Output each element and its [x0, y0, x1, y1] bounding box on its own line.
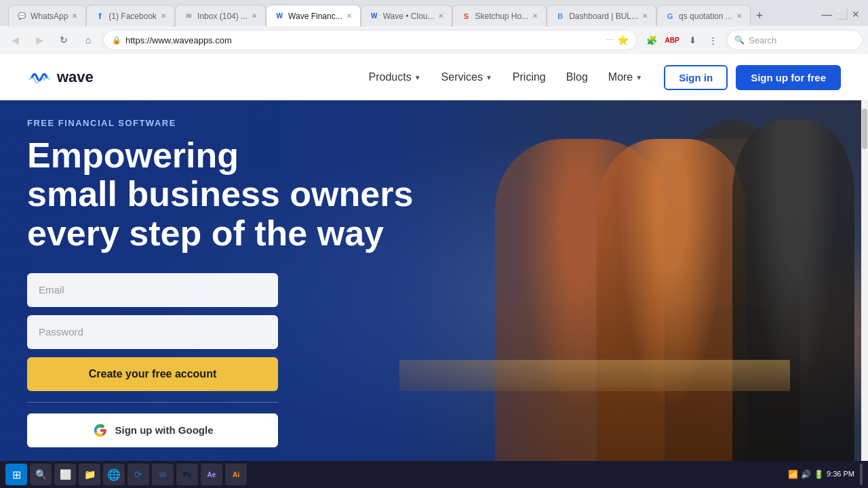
hero-title-line3: every step of the way: [27, 214, 384, 253]
tab-title-facebook: (1) Facebook: [108, 12, 157, 21]
qs-favicon: G: [665, 12, 675, 21]
taskbar-task-view[interactable]: ⬜: [54, 464, 76, 485]
create-account-button[interactable]: Create your free account: [27, 357, 278, 391]
tab-close-facebook[interactable]: ✕: [161, 12, 166, 20]
maximize-icon[interactable]: ⬜: [836, 9, 848, 21]
nav-links: Products ▼ Services ▼ Pricing Blog More …: [361, 66, 651, 89]
search-bar[interactable]: 🔍 Search: [727, 30, 863, 50]
wave-favicon: W: [275, 12, 284, 21]
nav-link-blog[interactable]: Blog: [558, 66, 596, 89]
taskbar-search[interactable]: 🔍: [30, 464, 52, 485]
signup-button[interactable]: Sign up for free: [736, 65, 841, 90]
show-desktop-button[interactable]: [860, 464, 863, 485]
tab-wave[interactable]: W Wave Financ... ✕: [266, 5, 361, 26]
tab-qs[interactable]: G qs quotation ... ✕: [656, 5, 751, 26]
bookmark-icon[interactable]: ⭐: [617, 35, 629, 45]
tab-close-dashboard[interactable]: ✕: [642, 12, 648, 20]
password-input[interactable]: [27, 315, 278, 349]
tab-title-sketchup: Sketchup Ho...: [475, 12, 528, 21]
reload-button[interactable]: ↻: [54, 30, 73, 49]
url-bar[interactable]: 🔒 https://www.waveapps.com ⋯ ⭐: [103, 30, 637, 50]
tab-sketchup[interactable]: S Sketchup Ho... ✕: [452, 5, 547, 26]
more-tools-icon[interactable]: ⋮: [704, 31, 722, 49]
dashboard-favicon: B: [555, 12, 565, 21]
browser-window: 💬 WhatsApp ✕ f (1) Facebook ✕ ✉ Inbox (1…: [0, 0, 868, 54]
tab-dashboard[interactable]: B Dashboard | BUL... ✕: [547, 5, 656, 26]
clock-time: 9:36 PM: [827, 469, 854, 479]
tab-whatsapp[interactable]: 💬 WhatsApp ✕: [8, 5, 86, 26]
url-text: https://www.waveapps.com: [125, 35, 601, 45]
download-icon[interactable]: ⬇: [684, 31, 701, 49]
wave-cloud-favicon: W: [370, 12, 379, 21]
address-bar: ◀ ▶ ↻ ⌂ 🔒 https://www.waveapps.com ⋯ ⭐ 🧩…: [0, 26, 868, 54]
tab-title-dashboard: Dashboard | BUL...: [569, 12, 638, 21]
wave-logo[interactable]: wave: [27, 65, 94, 89]
search-placeholder: Search: [749, 35, 776, 45]
google-signup-button[interactable]: Sign up with Google: [27, 413, 278, 447]
url-actions-icon: ⋯: [606, 36, 613, 45]
taskbar-system-tray: 📶 🔊 🔋: [788, 470, 824, 479]
signin-button[interactable]: Sign in: [664, 65, 728, 90]
tab-inbox[interactable]: ✉ Inbox (104) ... ✕: [175, 5, 266, 26]
close-icon[interactable]: ✕: [852, 9, 860, 21]
tab-wave-cloud[interactable]: W Wave • Clou... ✕: [361, 5, 453, 26]
taskbar-ae[interactable]: Ae: [201, 464, 222, 485]
tab-facebook[interactable]: f (1) Facebook ✕: [86, 5, 175, 26]
hero-title-line1: Empowering: [27, 136, 239, 175]
services-chevron-icon: ▼: [486, 74, 492, 81]
tab-close-wave[interactable]: ✕: [347, 12, 352, 20]
tabs-container: 💬 WhatsApp ✕ f (1) Facebook ✕ ✉ Inbox (1…: [0, 0, 868, 26]
tab-close-wave-cloud[interactable]: ✕: [438, 12, 443, 20]
start-button[interactable]: ⊞: [5, 464, 27, 485]
tab-title-whatsapp: WhatsApp: [31, 12, 68, 21]
taskbar-file-explorer[interactable]: 📁: [79, 464, 100, 485]
products-chevron-icon: ▼: [414, 74, 421, 81]
taskbar-ps[interactable]: Ps: [176, 464, 198, 485]
taskbar-clock[interactable]: 9:36 PM: [827, 469, 854, 479]
nav-link-pricing[interactable]: Pricing: [505, 66, 554, 89]
wave-logo-text: wave: [57, 68, 94, 86]
google-icon: [92, 422, 108, 439]
forward-button[interactable]: ▶: [30, 30, 49, 49]
facebook-favicon: f: [95, 12, 104, 21]
nav-link-services[interactable]: Services ▼: [433, 66, 500, 89]
page-scrollbar[interactable]: [861, 100, 868, 488]
hero-title-line2: small business owners: [27, 174, 413, 214]
tab-list: 💬 WhatsApp ✕ f (1) Facebook ✕ ✉ Inbox (1…: [5, 3, 771, 26]
nav-actions: Sign in Sign up for free: [664, 65, 841, 90]
whatsapp-favicon: 💬: [17, 12, 26, 21]
tab-close-qs[interactable]: ✕: [736, 12, 742, 20]
nav-link-products[interactable]: Products ▼: [361, 66, 429, 89]
tab-close-sketchup[interactable]: ✕: [532, 12, 538, 20]
wave-logo-svg: [27, 65, 52, 89]
more-chevron-icon: ▼: [635, 74, 642, 81]
hero-title: Empowering small business owners every s…: [27, 136, 450, 253]
search-icon: 🔍: [734, 35, 745, 45]
new-tab-button[interactable]: +: [751, 5, 769, 26]
taskbar-ai[interactable]: Ai: [225, 464, 247, 485]
network-icon[interactable]: 📶: [788, 470, 798, 479]
taskbar-word[interactable]: W: [152, 464, 174, 485]
wave-navbar: wave Products ▼ Services ▼ Pricing Blog …: [0, 54, 868, 100]
tab-close-whatsapp[interactable]: ✕: [72, 12, 77, 20]
tab-close-inbox[interactable]: ✕: [252, 12, 257, 20]
sketchup-favicon: S: [461, 12, 471, 21]
back-button[interactable]: ◀: [5, 30, 24, 49]
taskbar-chrome[interactable]: 🌐: [103, 464, 125, 485]
hero-section: FREE FINANCIAL SOFTWARE Empowering small…: [0, 100, 868, 488]
nav-link-more[interactable]: More ▼: [600, 66, 650, 89]
tab-title-inbox: Inbox (104) ...: [197, 12, 248, 21]
volume-icon[interactable]: 🔊: [801, 470, 811, 479]
taskbar-edge[interactable]: ⟳: [127, 464, 149, 485]
adblock-icon[interactable]: ABP: [663, 31, 681, 49]
email-input[interactable]: [27, 273, 278, 307]
home-button[interactable]: ⌂: [79, 30, 98, 49]
scrollbar-thumb[interactable]: [862, 108, 867, 149]
inbox-favicon: ✉: [184, 12, 193, 21]
hero-tag: FREE FINANCIAL SOFTWARE: [27, 118, 450, 128]
wave-website: wave Products ▼ Services ▼ Pricing Blog …: [0, 54, 868, 488]
browser-toolbar: 🧩 ABP ⬇ ⋮: [643, 31, 722, 49]
battery-icon[interactable]: 🔋: [814, 470, 824, 479]
minimize-icon[interactable]: —: [821, 9, 832, 21]
extensions-icon[interactable]: 🧩: [643, 31, 660, 49]
